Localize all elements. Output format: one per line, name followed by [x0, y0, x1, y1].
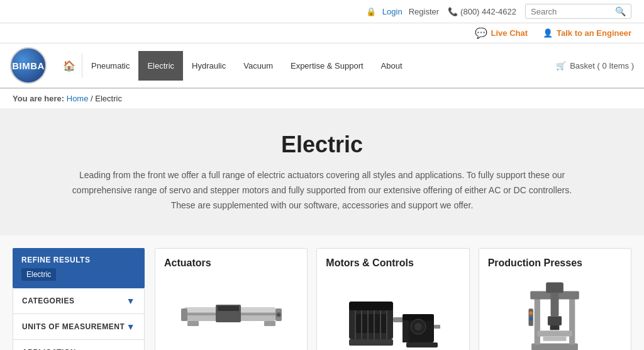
svg-point-40: [530, 312, 533, 315]
svg-rect-26: [434, 325, 440, 329]
svg-rect-37: [538, 331, 572, 337]
hero-description: Leading from the front we offer a full r…: [70, 168, 574, 213]
breadcrumb-prefix: You are here:: [13, 94, 64, 103]
svg-rect-31: [569, 297, 575, 345]
svg-rect-7: [187, 321, 199, 326]
nav-item-vacuum[interactable]: Vacuum: [235, 51, 282, 81]
press-illustration: [523, 279, 586, 350]
svg-rect-30: [535, 297, 540, 345]
chevron-down-icon: ▼: [126, 296, 135, 306]
product-title-actuators: Actuators: [164, 257, 298, 269]
action-bar: 💬 Live Chat 👤 Talk to an Engineer: [0, 23, 644, 43]
breadcrumb-current: Electric: [95, 94, 122, 103]
product-card-motors[interactable]: Motors & Controls: [316, 248, 469, 350]
filter-categories[interactable]: CATEGORIES ▼: [13, 288, 145, 314]
refine-results-box: REFINE RESULTS Electric: [13, 248, 145, 288]
filter-application[interactable]: APPLICATION ▼: [13, 340, 145, 350]
engineer-icon: 👤: [543, 28, 553, 38]
basket-icon: 🛒: [556, 61, 566, 71]
phone-area: 📞 (800) 442-4622: [448, 7, 516, 16]
filter-units[interactable]: UNITS OF MEASUREMENT ▼: [13, 314, 145, 340]
main-content: REFINE RESULTS Electric CATEGORIES ▼ UNI…: [0, 235, 644, 350]
svg-rect-25: [406, 342, 438, 347]
search-bar[interactable]: 🔍: [525, 4, 631, 19]
login-link[interactable]: Login: [382, 7, 402, 16]
motors-illustration: [346, 283, 440, 350]
refine-title: REFINE RESULTS: [21, 256, 136, 264]
svg-rect-33: [546, 283, 564, 293]
svg-point-10: [277, 313, 280, 316]
svg-rect-24: [402, 320, 409, 342]
svg-rect-21: [349, 339, 393, 346]
bimba-logo: BIMBA: [10, 47, 47, 84]
refine-tag[interactable]: Electric: [21, 268, 56, 281]
main-nav: 🏠 Pneumatic Electric Hydraulic Vacuum Ex…: [57, 51, 546, 81]
logo-area[interactable]: BIMBA: [0, 43, 57, 88]
engineer-button[interactable]: 👤 Talk to an Engineer: [543, 28, 631, 38]
nav-item-about[interactable]: About: [372, 51, 411, 81]
basket-label: Basket ( 0 Items ): [570, 61, 634, 71]
svg-rect-35: [548, 317, 562, 326]
filter-units-label: UNITS OF MEASUREMENT: [22, 322, 125, 331]
hero-section: Electric Leading from the front we offer…: [0, 109, 644, 235]
product-title-motors: Motors & Controls: [326, 257, 460, 269]
live-chat-button[interactable]: 💬 Live Chat: [475, 27, 528, 39]
press-image: [488, 276, 622, 350]
lock-icon: 🔒: [366, 7, 376, 16]
actuator-image: [164, 276, 298, 350]
chevron-down-icon: ▼: [126, 322, 135, 332]
register-link[interactable]: Register: [409, 7, 439, 16]
phone-number: (800) 442-4622: [460, 7, 516, 16]
svg-rect-38: [543, 337, 567, 341]
motors-image: [326, 276, 460, 350]
live-chat-label: Live Chat: [491, 28, 528, 38]
svg-rect-12: [349, 302, 393, 310]
filter-categories-label: CATEGORIES: [22, 296, 74, 305]
search-input[interactable]: [531, 7, 613, 16]
svg-rect-34: [551, 293, 559, 317]
product-title-presses: Production Presses: [488, 257, 622, 269]
logo-nav-row: BIMBA 🏠 Pneumatic Electric Hydraulic Vac…: [0, 43, 644, 89]
breadcrumb-home[interactable]: Home: [67, 94, 89, 103]
product-card-actuators[interactable]: Actuators: [155, 248, 308, 350]
product-card-presses[interactable]: Production Presses: [479, 248, 631, 350]
nav-home-icon[interactable]: 🏠: [57, 54, 82, 78]
nav-item-expertise[interactable]: Expertise & Support: [282, 51, 372, 81]
svg-rect-5: [181, 308, 187, 321]
nav-item-electric[interactable]: Electric: [138, 51, 183, 81]
svg-rect-8: [264, 321, 275, 326]
page-title: Electric: [50, 132, 594, 158]
svg-rect-4: [218, 306, 239, 311]
actuator-illustration: [181, 292, 282, 342]
search-icon[interactable]: 🔍: [615, 6, 626, 16]
svg-point-41: [530, 317, 533, 321]
nav-item-hydraulic[interactable]: Hydraulic: [183, 51, 235, 81]
engineer-label: Talk to an Engineer: [557, 28, 631, 38]
basket-area[interactable]: 🛒 Basket ( 0 Items ): [546, 61, 644, 71]
svg-point-28: [414, 323, 422, 330]
login-register-area: 🔒 Login Register: [366, 7, 439, 16]
svg-rect-36: [550, 325, 560, 330]
chat-icon: 💬: [475, 27, 487, 39]
product-grid: Actuators: [155, 248, 631, 350]
chevron-down-icon: ▼: [126, 347, 135, 350]
breadcrumb-separator: /: [91, 94, 93, 103]
nav-item-pneumatic[interactable]: Pneumatic: [82, 51, 138, 81]
phone-icon: 📞: [448, 7, 458, 16]
breadcrumb: You are here: Home / Electric: [0, 89, 644, 109]
sidebar: REFINE RESULTS Electric CATEGORIES ▼ UNI…: [13, 248, 145, 350]
top-bar: 🔒 Login Register 📞 (800) 442-4622 🔍: [0, 0, 644, 23]
svg-rect-13: [355, 314, 387, 333]
